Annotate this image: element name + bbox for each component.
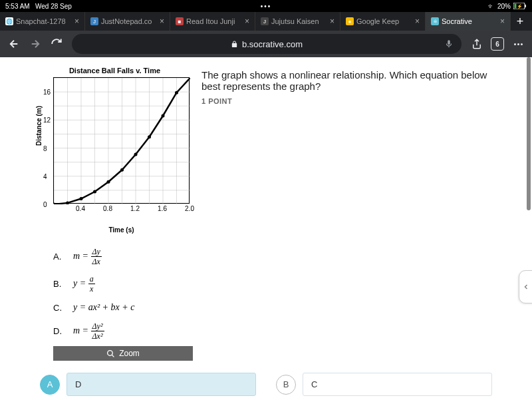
svg-line-36 (112, 355, 114, 357)
battery-icon: ⚡ (513, 3, 527, 9)
browser-tab[interactable]: JJustNotepad.co× (85, 12, 170, 31)
scroll-thumb[interactable] (527, 57, 531, 210)
browser-tab[interactable]: ●Google Keep× (340, 12, 426, 31)
chart-plot-area: 0481216 (53, 77, 190, 204)
equation-b: B. y = ax (53, 270, 190, 298)
browser-tab[interactable]: ■Read Itou Junji× (170, 12, 255, 31)
question-image: Distance Ball Falls v. Time Distance (m)… (40, 64, 190, 361)
zoom-icon (106, 349, 115, 358)
chart-xtick: 0.8 (103, 205, 112, 212)
url-bar[interactable]: b.socrative.com (72, 34, 462, 54)
svg-rect-2 (525, 5, 527, 7)
svg-point-32 (148, 135, 151, 138)
equation-a: A. m = ΔyΔx (53, 243, 190, 270)
chart-xlabel: Time (s) (53, 226, 190, 234)
forward-button[interactable] (29, 38, 41, 50)
tab-close-icon[interactable]: × (160, 17, 164, 26)
equation-c: C. y = ax² + bx + c (53, 298, 190, 317)
svg-point-27 (80, 197, 83, 200)
svg-point-28 (93, 190, 96, 194)
status-date: Wed 28 Sep (35, 3, 72, 10)
scrollbar[interactable] (527, 57, 531, 400)
wifi-icon: ᯤ (488, 3, 495, 10)
tab-label: Socrative (442, 17, 497, 25)
tab-label: Google Keep (356, 17, 412, 25)
browser-tab-strip: 🌐Snapchat-1278×JJustNotepad.co×■Read Ito… (0, 12, 532, 31)
lock-icon (231, 41, 238, 48)
answer-text: C (303, 373, 492, 396)
svg-point-30 (120, 168, 124, 172)
tabs-count-button[interactable]: 6 (491, 37, 504, 51)
chart-ytick: 8 (43, 144, 47, 152)
chart-xtick: 2.0 (185, 205, 194, 212)
reload-button[interactable] (51, 38, 63, 50)
answer-text: D (66, 373, 256, 396)
chart-xtick: 0.4 (76, 205, 85, 212)
status-time: 5:53 AM (5, 3, 30, 10)
svg-point-29 (107, 180, 110, 184)
tab-label: Jujutsu Kaisen (271, 17, 327, 25)
status-ellipsis: ••• (261, 3, 272, 10)
tab-favicon: J (261, 17, 269, 25)
tab-label: Snapchat-1278 (16, 17, 72, 25)
equation-list: A. m = ΔyΔx B. y = ax C. y = ax² + bx + … (53, 243, 190, 345)
browser-tab[interactable]: JJujutsu Kaisen× (255, 12, 340, 31)
tab-label: JustNotepad.co (101, 17, 157, 25)
tab-favicon: 🌐 (5, 17, 13, 25)
tab-label: Read Itou Junji (186, 17, 242, 25)
question-prompt: The graph shows a nonlinear relationship… (201, 69, 492, 92)
side-pull-tab[interactable] (519, 270, 532, 303)
chart-ytick: 0 (43, 201, 47, 208)
equation-d: D. m = Δy²Δx² (53, 317, 190, 345)
svg-point-33 (162, 114, 165, 118)
tab-close-icon[interactable]: × (330, 17, 334, 26)
question-points: 1 POINT (201, 97, 492, 105)
zoom-button[interactable]: Zoom (53, 346, 193, 361)
browser-nav-bar: b.socrative.com 6 (0, 31, 532, 57)
chart-xtick: 1.2 (130, 205, 140, 212)
tab-close-icon[interactable]: × (245, 17, 249, 26)
share-button[interactable] (471, 38, 483, 50)
answer-grid: A D B C C A D B (40, 373, 492, 400)
tab-favicon: ■ (176, 17, 184, 25)
battery-percent: 20% (497, 3, 511, 10)
menu-button[interactable] (512, 38, 524, 50)
svg-point-35 (108, 350, 113, 355)
chart-ytick: 4 (43, 172, 47, 180)
answer-option-a[interactable]: A D (40, 373, 256, 396)
tab-close-icon[interactable]: × (500, 17, 505, 26)
status-right: ᯤ 20% ⚡ (488, 3, 527, 10)
mic-icon[interactable] (444, 39, 454, 49)
svg-point-34 (175, 91, 178, 95)
answer-letter: B (276, 375, 296, 395)
page-content: Distance Ball Falls v. Time Distance (m)… (0, 57, 532, 400)
chart-ylabel: Distance (m) (35, 106, 43, 146)
browser-tab[interactable]: ⚛Socrative× (426, 12, 511, 31)
chart-title: Distance Ball Falls v. Time (40, 64, 190, 77)
svg-text:⚡: ⚡ (517, 3, 523, 9)
answer-option-b[interactable]: B C (276, 373, 492, 396)
tab-favicon: ● (346, 17, 354, 25)
new-tab-button[interactable]: + (511, 12, 529, 31)
status-left: 5:53 AM Wed 28 Sep (5, 3, 72, 10)
url-text: b.socrative.com (242, 39, 303, 49)
chart-ytick: 16 (43, 89, 51, 96)
chevron-left-icon (522, 283, 530, 291)
answer-letter: A (40, 375, 60, 395)
tab-favicon: J (90, 17, 98, 25)
tab-close-icon[interactable]: × (415, 17, 420, 26)
device-status-bar: 5:53 AM Wed 28 Sep ••• ᯤ 20% ⚡ (0, 0, 532, 12)
back-button[interactable] (8, 38, 20, 50)
svg-point-25 (54, 203, 56, 205)
chart-xtick: 1.6 (158, 205, 167, 212)
tab-close-icon[interactable]: × (74, 17, 79, 26)
svg-point-31 (134, 153, 138, 156)
browser-tab[interactable]: 🌐Snapchat-1278× (0, 12, 85, 31)
chart-ytick: 12 (43, 116, 51, 124)
tab-favicon: ⚛ (431, 17, 439, 25)
